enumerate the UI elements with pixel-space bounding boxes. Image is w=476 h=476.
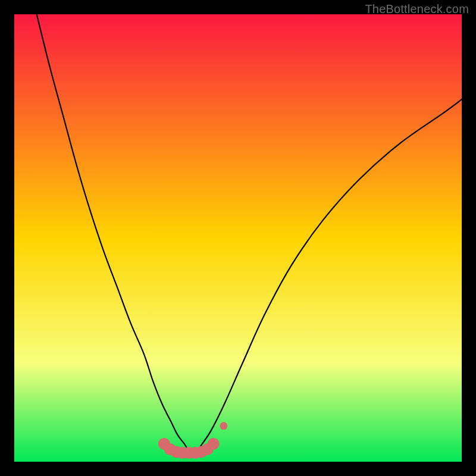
bottleneck-plot	[14, 14, 462, 462]
optimum-marker	[208, 438, 220, 450]
optimum-marker	[220, 422, 227, 430]
plot-background	[14, 14, 462, 462]
chart-frame: TheBottleneck.com	[0, 0, 476, 476]
